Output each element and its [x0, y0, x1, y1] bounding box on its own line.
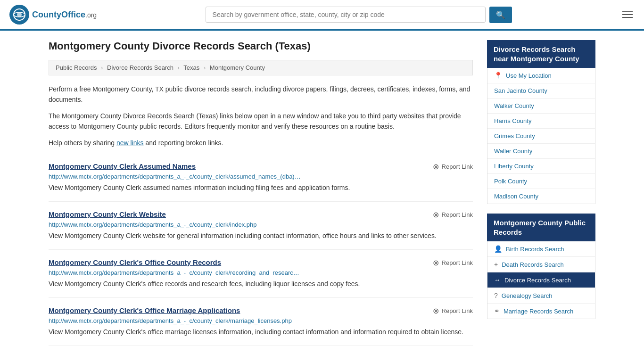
nearby-county-link-4[interactable]: Grimes County — [494, 132, 535, 140]
search-button[interactable]: 🔍 — [489, 7, 512, 23]
use-my-location-item[interactable]: 📍Use My Location — [487, 68, 595, 83]
nearby-county-link-5[interactable]: Waller County — [494, 148, 532, 155]
result-item: Montgomery County Clerk Assumed Names ⊗ … — [49, 154, 473, 202]
nearby-county-link-1[interactable]: San Jacinto County — [494, 87, 547, 94]
nearby-item-4[interactable]: Grimes County — [487, 129, 595, 144]
result-title-3[interactable]: Montgomery County Clerk's Office Marriag… — [49, 306, 240, 314]
svg-point-1 — [17, 12, 22, 17]
nearby-item-7[interactable]: Polk County — [487, 174, 595, 189]
breadcrumb-divorce-records[interactable]: Divorce Records Search — [107, 64, 173, 71]
result-url-1: http://www.mctx.org/departments/departme… — [49, 221, 473, 228]
menu-button[interactable] — [620, 9, 635, 20]
result-desc-0: View Montgomery County Clerk assumed nam… — [49, 183, 473, 193]
public-records-header: Montgomery County Public Records — [487, 214, 595, 241]
public-records-item-0[interactable]: 👤Birth Records Search — [487, 241, 595, 257]
public-records-link-1[interactable]: Death Records Search — [502, 261, 564, 268]
breadcrumb-texas[interactable]: Texas — [183, 64, 199, 71]
breadcrumb-public-records[interactable]: Public Records — [56, 64, 97, 71]
main-container: Montgomery County Divorce Records Search… — [39, 31, 605, 355]
nearby-county-link-3[interactable]: Harris County — [494, 117, 531, 124]
nearby-item-2[interactable]: Walker County — [487, 99, 595, 114]
public-records-link-4[interactable]: Marriage Records Search — [504, 308, 573, 315]
content-area: Montgomery County Divorce Records Search… — [49, 40, 473, 346]
search-icon: 🔍 — [496, 11, 505, 19]
result-title-1[interactable]: Montgomery County Clerk Website — [49, 210, 166, 218]
public-records-item-2[interactable]: ↔Divorce Records Search — [487, 272, 595, 288]
report-icon-3: ⊗ — [433, 306, 439, 315]
nearby-item-8[interactable]: Madison County — [487, 189, 595, 204]
public-records-item-4[interactable]: ⚭Marriage Records Search — [487, 304, 595, 319]
logo-icon — [9, 5, 29, 25]
report-icon-2: ⊗ — [433, 258, 439, 267]
results-container: Montgomery County Clerk Assumed Names ⊗ … — [49, 154, 473, 346]
result-url-0: http://www.mctx.org/departments/departme… — [49, 173, 473, 180]
public-records-icon-2: ↔ — [494, 276, 501, 284]
nearby-header: Divorce Records Search near Montgomery C… — [487, 40, 595, 68]
result-item: Montgomery County Clerk's Office County … — [49, 250, 473, 298]
public-records-link-0[interactable]: Birth Records Search — [506, 246, 564, 253]
nearby-item-1[interactable]: San Jacinto County — [487, 83, 595, 99]
site-header: CountyOffice.org 🔍 — [0, 0, 644, 31]
nearby-county-link-2[interactable]: Walker County — [494, 102, 534, 109]
report-link-1[interactable]: ⊗ Report Link — [433, 210, 473, 219]
nearby-county-link-6[interactable]: Liberty County — [494, 163, 534, 170]
public-records-list: 👤Birth Records Search+Death Records Sear… — [487, 241, 595, 319]
result-title-0[interactable]: Montgomery County Clerk Assumed Names — [49, 162, 196, 170]
breadcrumb-sep-2: › — [178, 64, 180, 71]
breadcrumb-sep-1: › — [101, 64, 103, 71]
nearby-county-link-7[interactable]: Polk County — [494, 178, 527, 185]
nearby-item-3[interactable]: Harris County — [487, 114, 595, 129]
report-icon-0: ⊗ — [433, 162, 439, 171]
sidebar: Divorce Records Search near Montgomery C… — [487, 40, 595, 346]
public-records-link-2[interactable]: Divorce Records Search — [504, 277, 571, 284]
report-link-2[interactable]: ⊗ Report Link — [433, 258, 473, 267]
description-2: The Montgomery County Divorce Records Se… — [49, 111, 473, 132]
nearby-item-5[interactable]: Waller County — [487, 144, 595, 159]
logo-area: CountyOffice.org — [9, 5, 97, 25]
public-records-item-3[interactable]: ?Genealogy Search — [487, 288, 595, 304]
public-records-icon-3: ? — [494, 292, 498, 299]
breadcrumb-montgomery[interactable]: Montgomery County — [210, 64, 265, 71]
public-records-item-1[interactable]: +Death Records Search — [487, 257, 595, 272]
breadcrumb: Public Records › Divorce Records Search … — [49, 60, 473, 75]
result-desc-2: View Montgomery County Clerk's office re… — [49, 279, 473, 289]
search-area: 🔍 — [206, 7, 512, 23]
page-title: Montgomery County Divorce Records Search… — [49, 40, 473, 52]
result-url-3: http://www.mctx.org/departments/departme… — [49, 317, 473, 324]
description-3: Help others by sharing new links and rep… — [49, 138, 473, 148]
result-item: Montgomery County Clerk Website ⊗ Report… — [49, 202, 473, 250]
breadcrumb-sep-3: › — [204, 64, 206, 71]
public-records-link-3[interactable]: Genealogy Search — [502, 292, 553, 299]
nearby-section: Divorce Records Search near Montgomery C… — [487, 40, 595, 204]
public-records-section: Montgomery County Public Records 👤Birth … — [487, 214, 595, 319]
public-records-icon-1: + — [494, 261, 498, 268]
public-records-icon-4: ⚭ — [494, 307, 500, 315]
nearby-item-6[interactable]: Liberty County — [487, 159, 595, 174]
location-icon: 📍 — [494, 72, 502, 79]
description-1: Perform a free Montgomery County, TX pub… — [49, 84, 473, 105]
nearby-list: 📍Use My LocationSan Jacinto CountyWalker… — [487, 68, 595, 204]
new-links-link[interactable]: new links — [116, 139, 144, 147]
result-item: Montgomery County Clerk's Office Marriag… — [49, 298, 473, 346]
logo-text: CountyOffice.org — [32, 10, 97, 20]
report-icon-1: ⊗ — [433, 210, 439, 219]
nearby-county-link-8[interactable]: Madison County — [494, 193, 538, 200]
result-desc-3: View Montgomery County Clerk's office ma… — [49, 327, 473, 337]
result-title-2[interactable]: Montgomery County Clerk's Office County … — [49, 258, 221, 266]
result-url-2: http://www.mctx.org/departments/departme… — [49, 269, 473, 276]
report-link-3[interactable]: ⊗ Report Link — [433, 306, 473, 315]
report-link-0[interactable]: ⊗ Report Link — [433, 162, 473, 171]
search-input[interactable] — [206, 7, 486, 23]
use-my-location-link[interactable]: Use My Location — [506, 72, 552, 79]
result-desc-1: View Montgomery County Clerk website for… — [49, 231, 473, 241]
public-records-icon-0: 👤 — [494, 245, 502, 253]
